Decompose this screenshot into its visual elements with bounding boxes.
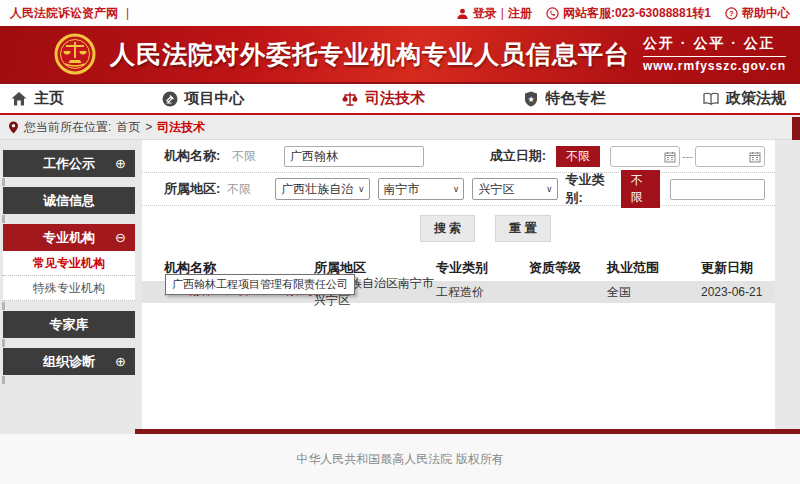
org-name-unlimited[interactable]: 不限 <box>232 148 284 165</box>
register-link[interactable]: 注册 <box>508 5 532 22</box>
expand-plus-icon[interactable]: ⊕ <box>115 348 126 375</box>
date-unlimited-button[interactable]: 不限 <box>556 146 600 167</box>
org-name-label: 机构名称: <box>164 147 232 165</box>
search-button[interactable]: 搜 索 <box>420 215 475 242</box>
cell-category: 工程造价 <box>436 284 529 301</box>
district-select[interactable]: 兴宁区 <box>472 178 557 200</box>
shield-icon: ★ <box>522 90 540 108</box>
sidebar-item-expert-library[interactable]: 专家库 <box>3 311 135 338</box>
home-icon <box>10 90 28 108</box>
book-icon <box>702 90 720 108</box>
form-buttons: 搜 索 重 置 <box>142 206 775 250</box>
sidebar-item-professional-org[interactable]: 专业机构 ⊖ <box>3 224 135 251</box>
svg-text:★: ★ <box>527 94 534 103</box>
site-slogan: 公开 · 公平 · 公正 <box>643 35 786 57</box>
reset-button[interactable]: 重 置 <box>495 215 550 242</box>
cell-scope: 全国 <box>607 284 701 301</box>
nav-item-policy[interactable]: 政策法规 <box>702 89 786 108</box>
nav-label: 政策法规 <box>726 89 786 108</box>
region-unlimited[interactable]: 不限 <box>227 181 275 198</box>
cell-updated: 2023-06-21 <box>701 285 775 299</box>
category-input[interactable] <box>670 179 765 200</box>
main-nav: 主页 项目中心 司法技术 ★ 特色专栏 政策法规 <box>0 82 800 115</box>
sidebar-gap <box>3 301 135 311</box>
svg-text:?: ? <box>729 9 734 18</box>
sidebar-gap <box>3 214 135 224</box>
category-label: 专业类别: <box>566 171 611 207</box>
region-label: 所属地区: <box>164 180 227 198</box>
sidebar-item-label: 工作公示 <box>43 156 95 171</box>
category-unlimited-button[interactable]: 不限 <box>621 170 660 208</box>
col-header-scope: 执业范围 <box>607 259 701 277</box>
login-divider: | <box>501 6 504 20</box>
service-phone[interactable]: 网站客服:023-63088881转1 <box>546 5 711 22</box>
copyright-text: 中华人民共和国最高人民法院 版权所有 <box>296 451 503 468</box>
date-range-separator: --- <box>682 150 693 162</box>
topbar-separator: | <box>126 6 129 20</box>
main-content: 工作公示 ⊕ 诚信信息 专业机构 ⊖ 常见专业机构 特殊专业机构 专家库 组 <box>0 140 800 434</box>
col-header-category: 专业类别 <box>436 259 529 277</box>
sidebar: 工作公示 ⊕ 诚信信息 专业机构 ⊖ 常见专业机构 特殊专业机构 专家库 组 <box>3 150 135 385</box>
sidebar-gap <box>3 338 135 348</box>
phone-icon <box>546 7 559 20</box>
founding-date-label: 成立日期: <box>490 147 546 165</box>
sidebar-item-org-diagnosis[interactable]: 组织诊断 ⊕ <box>3 348 135 375</box>
question-icon: ? <box>725 7 738 20</box>
org-name-input[interactable] <box>284 146 424 167</box>
site-name-link[interactable]: 人民法院诉讼资产网 <box>10 5 118 22</box>
help-center-text[interactable]: 帮助中心 <box>742 5 790 22</box>
form-row-region-category: 所属地区: 不限 广西壮族自治 南宁市 兴宁区 专业类别: 不限 <box>142 173 775 206</box>
city-select[interactable]: 南宁市 <box>378 178 465 200</box>
site-banner: 人民法院对外委托专业机构专业人员信息平台 公开 · 公平 · 公正 www.rm… <box>0 26 800 82</box>
court-emblem-logo <box>54 33 96 75</box>
site-title: 人民法院对外委托专业机构专业人员信息平台 <box>110 38 630 71</box>
expand-plus-icon[interactable]: ⊕ <box>115 150 126 177</box>
nav-label: 主页 <box>34 89 64 108</box>
search-panel: 机构名称: 不限 成立日期: 不限 --- 所属地区: <box>142 140 775 429</box>
sidebar-item-label: 诚信信息 <box>43 193 95 208</box>
service-phone-text: 网站客服:023-63088881转1 <box>563 5 711 22</box>
col-header-updated: 更新日期 <box>701 259 775 277</box>
breadcrumb-separator: > <box>145 120 152 134</box>
sidebar-submenu: 常见专业机构 特殊专业机构 <box>3 251 135 301</box>
submenu-item-special-org[interactable]: 特殊专业机构 <box>3 276 135 301</box>
org-name-tooltip: 广西翰林工程项目管理有限责任公司 <box>165 274 355 295</box>
nav-item-home[interactable]: 主页 <box>10 89 64 108</box>
collapse-minus-icon[interactable]: ⊖ <box>115 224 126 251</box>
sidebar-gap <box>3 375 135 385</box>
nav-item-project-center[interactable]: 项目中心 <box>161 89 245 108</box>
site-url: www.rmfysszc.gov.cn <box>643 57 786 73</box>
breadcrumb: 您当前所在位置: 首页 > 司法技术 <box>0 115 800 140</box>
nav-label: 司法技术 <box>365 89 425 108</box>
nav-item-judicial-tech[interactable]: 司法技术 <box>341 89 425 108</box>
submenu-item-common-org[interactable]: 常见专业机构 <box>3 251 135 276</box>
sidebar-gap <box>3 177 135 187</box>
user-icon <box>456 7 469 20</box>
footer: 中华人民共和国最高人民法院 版权所有 <box>0 434 800 484</box>
scales-icon <box>341 90 359 108</box>
sidebar-item-work-publicity[interactable]: 工作公示 ⊕ <box>3 150 135 177</box>
help-center[interactable]: ? 帮助中心 <box>725 5 790 22</box>
calendar-icon <box>664 151 676 163</box>
location-pin-icon <box>8 121 19 134</box>
breadcrumb-current: 司法技术 <box>157 119 205 136</box>
province-select[interactable]: 广西壮族自治 <box>275 178 369 200</box>
breadcrumb-home[interactable]: 首页 <box>116 119 140 136</box>
sidebar-item-label: 组织诊断 <box>43 354 95 369</box>
top-utility-bar: 人民法院诉讼资产网 | 登录 | 注册 网站客服:023-63088881转1 … <box>0 0 800 26</box>
sidebar-item-credit-info[interactable]: 诚信信息 <box>3 187 135 214</box>
calendar-icon <box>749 151 761 163</box>
nav-label: 特色专栏 <box>546 89 606 108</box>
page: 人民法院诉讼资产网 | 登录 | 注册 网站客服:023-63088881转1 … <box>0 0 800 484</box>
login-link[interactable]: 登录 <box>473 5 497 22</box>
nav-label: 项目中心 <box>185 89 245 108</box>
sidebar-item-label: 专家库 <box>50 317 89 332</box>
gavel-icon <box>161 90 179 108</box>
date-from-input[interactable] <box>610 146 680 167</box>
col-header-grade: 资质等级 <box>529 259 607 277</box>
date-to-input[interactable] <box>695 146 765 167</box>
form-row-name-date: 机构名称: 不限 成立日期: 不限 --- <box>142 140 775 173</box>
login-register[interactable]: 登录 | 注册 <box>456 5 532 22</box>
sidebar-item-label: 专业机构 <box>43 230 95 245</box>
nav-item-special-column[interactable]: ★ 特色专栏 <box>522 89 606 108</box>
